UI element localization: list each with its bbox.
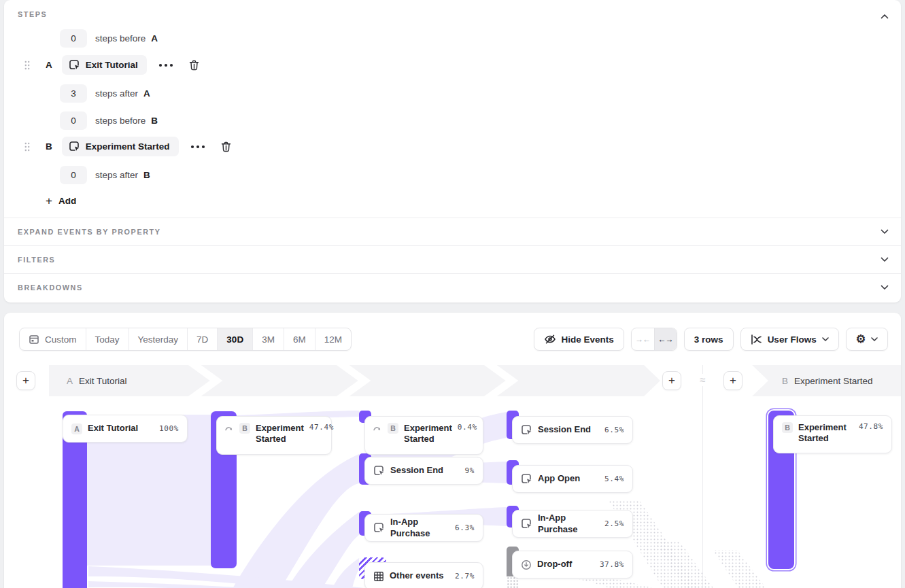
date-range-control: Custom Today Yesterday 7D 30D 3M 6M 12M (19, 328, 352, 351)
step-b-event-chip[interactable]: Experiment Started (62, 137, 179, 156)
add-column-before-b-button[interactable]: + (723, 371, 742, 390)
steps-after-a-input[interactable]: 3 (60, 84, 87, 103)
step-b-row: B Experiment Started (24, 137, 233, 156)
date-range-12m[interactable]: 12M (315, 328, 351, 350)
flow-node-experiment-started-474[interactable]: B Experiment Started 47.4% (216, 416, 332, 455)
date-range-today[interactable]: Today (86, 328, 129, 350)
approx-symbol: ≈ (694, 374, 711, 386)
flow-node-drop-off[interactable]: Drop-off 37.8% (512, 551, 633, 578)
flow-section-divider (702, 365, 703, 588)
step-a-trash-icon[interactable] (188, 58, 201, 72)
step-a-letter: A (46, 60, 52, 70)
add-column-after-button[interactable]: + (662, 371, 681, 390)
flow-header-bands (4, 365, 901, 396)
step-badge: B (782, 422, 793, 433)
flow-node-exit-tutorial[interactable]: A Exit Tutorial 100% (63, 415, 188, 443)
chevron-down-icon (881, 257, 889, 262)
drop-off-icon (521, 559, 532, 570)
flow-node-experiment-started-04[interactable]: B Experiment Started 0.4% (364, 416, 483, 455)
flow-node-experiment-started-478[interactable]: B Experiment Started 47.8% (773, 415, 892, 453)
date-range-3m[interactable]: 3M (252, 328, 284, 350)
click-event-icon (521, 518, 532, 530)
step-badge: B (388, 423, 398, 434)
step-b-trash-icon[interactable] (220, 140, 233, 154)
settings-button[interactable]: ⚙ (846, 328, 888, 351)
add-step-button[interactable]: + Add (46, 195, 76, 207)
skip-arrow-icon (225, 425, 234, 432)
column-a-header[interactable]: A Exit Tutorial (67, 365, 127, 396)
steps-after-b-label: steps after (95, 170, 138, 180)
step-ref-letter: A (151, 33, 158, 44)
steps-section-title: STEPS (18, 10, 47, 18)
click-event-icon (373, 522, 385, 534)
step-badge: B (239, 423, 250, 434)
date-range-6m[interactable]: 6M (284, 328, 315, 350)
steps-before-b-input[interactable]: 0 (60, 111, 87, 130)
add-column-before-button[interactable]: + (16, 371, 35, 390)
hide-events-button[interactable]: Hide Events (534, 328, 624, 351)
flow-node-other-events[interactable]: Other events 2.7% (364, 562, 483, 588)
section-expand-events-by-property[interactable]: EXPAND EVENTS BY PROPERTY (4, 218, 901, 245)
chart-toolbar: Custom Today Yesterday 7D 30D 3M 6M 12M … (19, 328, 888, 351)
sankey-flow-area: ≈ A Exit Tutorial B Experiment Started +… (4, 365, 901, 588)
skip-arrow-icon (373, 425, 382, 432)
flow-node-in-app-purchase-63[interactable]: In-App Purchase 6.3% (364, 514, 483, 542)
steps-after-a-label: steps after (95, 88, 138, 99)
flow-node-in-app-purchase-25[interactable]: In-App Purchase 2.5% (512, 510, 633, 538)
click-event-icon (521, 473, 532, 485)
step-b-more-options-icon[interactable] (189, 142, 207, 152)
steps-after-b-row: 0 steps after B (60, 166, 150, 184)
date-range-yesterday[interactable]: Yesterday (129, 328, 188, 350)
chevron-down-icon (881, 229, 889, 235)
collapse-expand-toggle: →← ←→ (631, 328, 677, 351)
section-filters[interactable]: FILTERS (4, 245, 901, 273)
flow-node-session-end-65[interactable]: Session End 6.5% (512, 416, 633, 444)
steps-before-a-input[interactable]: 0 (60, 29, 87, 48)
click-event-icon (373, 465, 385, 477)
step-badge: A (71, 423, 82, 434)
steps-before-a-label: steps before (95, 33, 146, 44)
steps-collapse-chevron-up-icon[interactable] (881, 11, 889, 21)
view-selector-user-flows[interactable]: User Flows (740, 328, 839, 351)
calendar-icon (29, 334, 39, 345)
step-a-row: A Exit Tutorial (24, 55, 201, 75)
flows-chart-icon (751, 334, 762, 345)
step-a-more-options-icon[interactable] (157, 60, 175, 70)
step-b-event-name: Experiment Started (86, 141, 170, 152)
step-ref-letter: B (151, 116, 158, 126)
steps-after-a-row: 3 steps after A (60, 84, 150, 103)
drag-handle-icon[interactable] (24, 142, 30, 152)
steps-after-b-input[interactable]: 0 (60, 166, 87, 184)
step-ref-letter: A (143, 88, 150, 99)
flow-node-app-open[interactable]: App Open 5.4% (512, 465, 633, 493)
chevron-down-icon (871, 337, 878, 341)
chart-panel: Custom Today Yesterday 7D 30D 3M 6M 12M … (4, 313, 901, 588)
section-breakdowns[interactable]: BREAKDOWNS (4, 273, 901, 301)
grid-icon (373, 571, 384, 582)
steps-before-b-label: steps before (95, 116, 146, 126)
step-ref-letter: B (143, 170, 150, 180)
expand-columns-icon[interactable]: ←→ (654, 328, 677, 350)
date-range-30d[interactable]: 30D (217, 328, 252, 350)
step-a-event-chip[interactable]: Exit Tutorial (62, 55, 147, 75)
steps-panel: STEPS 0 steps before A A Exit Tutorial (4, 0, 901, 302)
steps-before-b-row: 0 steps before B (60, 111, 158, 130)
click-event-icon (69, 59, 80, 71)
click-event-icon (69, 141, 80, 152)
rows-count-button[interactable]: 3 rows (684, 328, 734, 351)
date-range-7d[interactable]: 7D (187, 328, 217, 350)
toolbar-right-group: Hide Events →← ←→ 3 rows User Flows (534, 328, 888, 351)
user-flows-app: STEPS 0 steps before A A Exit Tutorial (0, 0, 905, 588)
step-a-event-name: Exit Tutorial (86, 60, 138, 70)
collapse-columns-icon[interactable]: →← (632, 328, 654, 350)
flow-node-session-end-9[interactable]: Session End 9% (364, 457, 483, 485)
plus-icon: + (46, 195, 52, 207)
drag-handle-icon[interactable] (24, 60, 30, 70)
click-event-icon (521, 424, 532, 436)
eye-off-icon (544, 334, 556, 345)
date-range-custom[interactable]: Custom (20, 328, 86, 350)
column-b-header[interactable]: B Experiment Started (782, 365, 873, 396)
chevron-down-icon (881, 285, 889, 290)
steps-before-a-row: 0 steps before A (60, 29, 158, 48)
gear-icon: ⚙ (856, 334, 866, 345)
